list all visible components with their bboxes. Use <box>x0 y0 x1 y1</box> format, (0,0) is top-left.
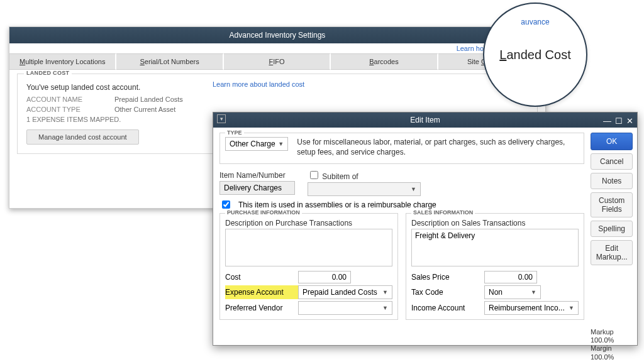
tab-bar: Multiple Inventory Locations Serial/Lot … <box>9 53 545 70</box>
purchase-section: PURCHASE INFORMATION Description on Purc… <box>219 213 398 320</box>
income-account-select[interactable]: Reimbursement Inco...▼ <box>484 301 579 315</box>
tab-fifo[interactable]: FIFO <box>224 53 331 70</box>
cost-input[interactable] <box>298 271 351 283</box>
sales-price-input[interactable] <box>484 271 537 283</box>
reimbursable-checkbox[interactable] <box>222 200 230 209</box>
subitem-select[interactable]: ▼ <box>308 182 421 196</box>
expense-account-select[interactable]: Prepaid Landed Costs▼ <box>298 285 392 299</box>
popup-icon[interactable]: ▾ <box>217 114 226 123</box>
tax-code-select[interactable]: Non▼ <box>484 285 541 299</box>
pref-vendor-select[interactable]: ▼ <box>298 301 392 315</box>
purchase-header: PURCHASE INFORMATION <box>225 209 302 216</box>
reimbursable-label: This item is used in assemblies or is a … <box>238 200 436 209</box>
mapped-text: 1 EXPENSE ITEMS MAPPED. <box>26 116 121 123</box>
type-label: TYPE <box>225 129 244 136</box>
expense-label: Expense Account <box>225 288 298 297</box>
edit-item-sidebar: OK Cancel Notes Custom Fields Spelling E… <box>591 133 633 362</box>
income-acct-label: Income Account <box>411 304 484 312</box>
callout-top-text: auvance <box>521 18 549 26</box>
cost-label: Cost <box>225 273 298 282</box>
edit-item-title-bar: ▾ Edit Item — ☐ ✕ <box>213 112 637 128</box>
edit-item-title: Edit Item <box>410 116 440 124</box>
chevron-down-icon: ▼ <box>382 305 388 311</box>
acct-type-val: Other Current Asset <box>114 106 175 113</box>
tab-multiple-locations[interactable]: Multiple Inventory Locations <box>9 53 116 70</box>
learn-more-link[interactable]: Learn more about landed cost <box>213 80 304 88</box>
item-name-input[interactable]: Delivery Charges <box>219 181 295 195</box>
chevron-down-icon: ▼ <box>411 186 416 192</box>
window-title: Advanced Inventory Settings <box>230 31 326 40</box>
window-title-bar: Advanced Inventory Settings × <box>9 27 545 43</box>
tab-barcodes[interactable]: Barcodes <box>331 53 438 70</box>
panel-header: LANDED COST <box>24 70 72 76</box>
acct-name-key: ACCOUNT NAME <box>26 96 114 103</box>
edit-item-window: ▾ Edit Item — ☐ ✕ TYPE Other Charge▼ Use… <box>213 112 638 346</box>
edit-item-main: TYPE Other Charge▼ Use for miscellaneous… <box>219 133 584 362</box>
close-icon[interactable]: ✕ <box>626 114 633 129</box>
callout-label: Landed Cost <box>499 48 570 62</box>
chevron-down-icon: ▼ <box>531 289 536 295</box>
chevron-down-icon: ▼ <box>569 305 574 311</box>
ok-button[interactable]: OK <box>591 133 633 150</box>
sales-desc-label: Description on Sales Transactions <box>411 219 579 228</box>
sales-desc-input[interactable] <box>411 229 579 266</box>
purchase-desc-input[interactable] <box>225 229 392 266</box>
manage-landed-cost-button[interactable]: Manage landed cost account <box>26 129 139 145</box>
landed-cost-callout: auvance Landed Cost <box>483 3 587 107</box>
pref-vendor-label: Preferred Vendor <box>225 304 298 312</box>
acct-name-val: Prepaid Landed Costs <box>114 96 183 103</box>
subitem-label: Subitem of <box>322 172 358 181</box>
purchase-desc-label: Description on Purchase Transactions <box>225 219 392 228</box>
cancel-button[interactable]: Cancel <box>591 153 633 170</box>
sales-section: SALES INFORMATION Description on Sales T… <box>406 213 584 320</box>
chevron-down-icon: ▼ <box>278 141 284 147</box>
markup-info: Markup 100.0% Margin 100.0% <box>591 328 633 361</box>
notes-button[interactable]: Notes <box>591 173 633 189</box>
type-box: TYPE Other Charge▼ Use for miscellaneous… <box>219 133 584 164</box>
type-desc: Use for miscellaneous labor, material, o… <box>297 137 579 157</box>
type-select[interactable]: Other Charge▼ <box>225 137 288 151</box>
spelling-button[interactable]: Spelling <box>591 221 633 237</box>
acct-type-key: ACCOUNT TYPE <box>26 106 114 113</box>
sales-price-label: Sales Price <box>411 273 484 282</box>
maximize-icon[interactable]: ☐ <box>615 114 623 129</box>
chevron-down-icon: ▼ <box>382 289 388 295</box>
subitem-checkbox[interactable] <box>310 171 318 179</box>
sales-header: SALES INFORMATION <box>411 209 475 216</box>
minimize-icon[interactable]: — <box>603 114 611 129</box>
custom-fields-button[interactable]: Custom Fields <box>591 192 633 217</box>
edit-markup-button[interactable]: Edit Markup... <box>591 240 633 265</box>
item-name-label: Item Name/Number <box>219 171 301 180</box>
tax-code-label: Tax Code <box>411 288 484 297</box>
tab-serial-lot[interactable]: Serial/Lot Numbers <box>116 53 223 70</box>
